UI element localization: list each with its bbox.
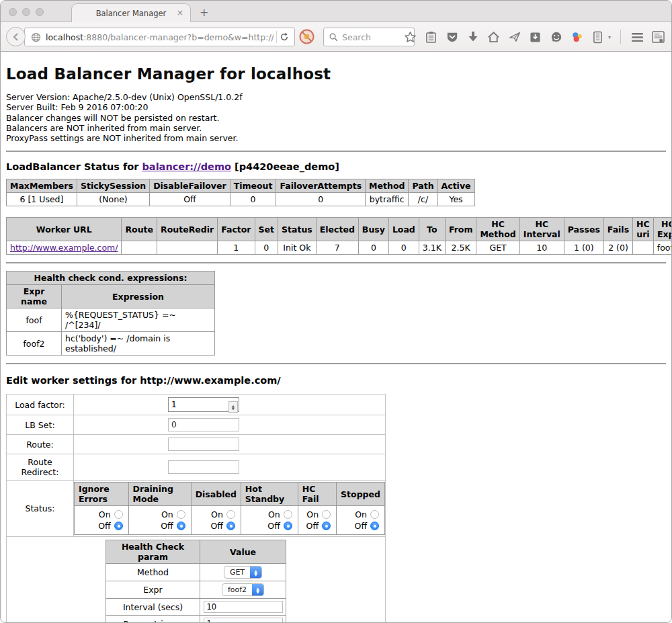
search-bar[interactable]: [323, 28, 415, 46]
minimize-window-button[interactable]: [22, 8, 30, 16]
hot-standby-on-radio[interactable]: [284, 510, 292, 519]
select-stepper-icon: ▲▼: [252, 583, 263, 596]
form-row-lb-set: LB Set:: [7, 415, 386, 435]
draining-mode-on-radio[interactable]: [177, 510, 185, 519]
cell-active: Yes: [437, 193, 474, 206]
health-check-table: Health Check param Value Method GET▲▼ Ex…: [106, 540, 286, 623]
hc-interval-input[interactable]: [204, 601, 283, 613]
hc-fail-off-radio[interactable]: [322, 522, 331, 530]
table-row: foof2 hc('body') =~ /domain is establish…: [7, 332, 215, 356]
hc-fail-on-radio[interactable]: [322, 510, 331, 519]
form-row-health-params: Health Check param Value Method GET▲▼ Ex…: [7, 537, 386, 623]
worker-status-table: Worker URL Route RouteRedir Factor Set S…: [6, 217, 672, 255]
home-button[interactable]: [487, 30, 501, 44]
table-row: Method GET▲▼: [106, 564, 286, 581]
downloads-button[interactable]: [466, 30, 480, 44]
disabled-off-radio[interactable]: [226, 522, 235, 530]
cell-timeout: 0: [230, 193, 276, 206]
close-window-button[interactable]: [9, 8, 17, 16]
hc-passes-value: [200, 616, 286, 623]
zoom-window-button[interactable]: [36, 8, 44, 16]
tab-balancer-manager[interactable]: Balancer Manager ×: [71, 3, 191, 22]
worker-url-link[interactable]: http://www.example.com/: [10, 243, 118, 253]
save-page-button[interactable]: [529, 30, 542, 44]
back-button[interactable]: [6, 27, 26, 46]
table-header-row: Worker URL Route RouteRedir Factor Set S…: [7, 218, 672, 241]
cell-set: 0: [255, 241, 278, 255]
cell-path: /c/: [409, 193, 437, 206]
share-button[interactable]: [508, 30, 521, 44]
col-header: Hot Standby: [241, 483, 298, 506]
table-row: http://www.example.com/ 1 0 Init Ok 7 0 …: [7, 241, 672, 255]
table-row: Expr foof2▲▼: [106, 581, 286, 599]
persist-notice-line: Balancer changes will NOT be persisted o…: [6, 113, 666, 123]
hc-passes-input[interactable]: [204, 618, 283, 623]
expressions-title: Health check cond. expressions:: [7, 272, 215, 285]
reading-list-button[interactable]: [425, 30, 438, 44]
hc-expr-select[interactable]: foof2▲▼: [222, 583, 264, 596]
col-header: Ignore Errors: [75, 483, 129, 506]
lb-set-input[interactable]: [168, 418, 239, 431]
ignore-errors-off-radio[interactable]: [114, 522, 123, 530]
col-header: Passes: [564, 218, 603, 241]
col-header: HC Fail: [298, 483, 336, 506]
cell-busy: 0: [358, 241, 388, 255]
chat-button[interactable]: [550, 30, 563, 44]
new-tab-button[interactable]: +: [200, 6, 208, 19]
col-header: HC uri: [633, 218, 654, 241]
page-title: Load Balancer Manager for localhost: [6, 52, 666, 83]
status-label: Status:: [7, 481, 74, 537]
col-header: Active: [437, 179, 474, 193]
stopped-on-radio[interactable]: [370, 510, 379, 519]
worker-settings-form: Load factor: ▲▼ LB Set: Route: Route Red…: [6, 394, 386, 623]
col-header: Fails: [603, 218, 632, 241]
off-label: Off: [210, 521, 222, 531]
bookmarks-sidebar-button[interactable]: [651, 30, 665, 44]
adblock-button[interactable]: [299, 29, 314, 44]
toolbar-icons: ▾: [404, 22, 665, 52]
status-table: Ignore Errors Draining Mode Disabled Hot…: [74, 482, 385, 535]
number-spinner-icon[interactable]: ▲▼: [228, 401, 238, 413]
device-panel-button[interactable]: [591, 30, 605, 44]
cell-expr-name: foof2: [7, 332, 62, 356]
col-header: MaxMembers: [7, 179, 77, 193]
draining-mode-off-radio[interactable]: [177, 522, 185, 530]
cell-failoverattempts: 0: [276, 193, 366, 206]
cell-routeredir: [157, 241, 218, 255]
table-header-row: Health Check param Value: [106, 540, 286, 564]
menu-button[interactable]: [630, 30, 644, 44]
stopped-off-radio[interactable]: [370, 522, 379, 530]
route-input[interactable]: [168, 438, 239, 451]
search-input[interactable]: [342, 32, 406, 42]
select-stepper-icon: ▲▼: [250, 566, 261, 579]
tab-close-icon[interactable]: ×: [177, 8, 183, 17]
bookmark-star-button[interactable]: [404, 30, 417, 44]
reload-icon: [280, 32, 289, 42]
balancer-status-table: MaxMembers StickySession DisableFailover…: [6, 179, 475, 206]
selected-option: GET: [224, 568, 250, 577]
ignore-errors-on-radio[interactable]: [114, 510, 123, 519]
on-label: On: [268, 509, 280, 520]
col-header: Draining Mode: [128, 483, 191, 506]
disabled-on-radio[interactable]: [226, 510, 235, 519]
pocket-button[interactable]: [446, 30, 459, 44]
pocket-icon: [446, 32, 458, 43]
edit-worker-heading: Edit worker settings for http://www.exam…: [6, 375, 666, 386]
device-dropdown-caret-icon[interactable]: ▾: [608, 34, 611, 40]
route-redirect-input[interactable]: [168, 460, 239, 474]
off-label: Off: [306, 521, 319, 531]
download-arrow-icon: [468, 31, 478, 43]
navigation-toolbar: localhost:8880/balancer-manager?b=demo&w…: [1, 22, 671, 52]
tab-bar: Balancer Manager × +: [1, 1, 671, 22]
hot-standby-off-radio[interactable]: [284, 522, 292, 530]
status-cell: Ignore Errors Draining Mode Disabled Hot…: [74, 481, 386, 537]
balancer-demo-link[interactable]: balancer://demo: [142, 161, 231, 172]
cell-hc-uri: [633, 241, 654, 255]
cell-route: [122, 241, 157, 255]
extension-colordots-button[interactable]: [571, 30, 584, 44]
route-cell: [74, 435, 386, 454]
url-bar[interactable]: localhost:8880/balancer-manager?b=demo&w…: [24, 28, 295, 46]
load-factor-cell: ▲▼: [74, 394, 386, 415]
hc-method-select[interactable]: GET▲▼: [224, 566, 262, 579]
reload-button[interactable]: [280, 32, 289, 42]
